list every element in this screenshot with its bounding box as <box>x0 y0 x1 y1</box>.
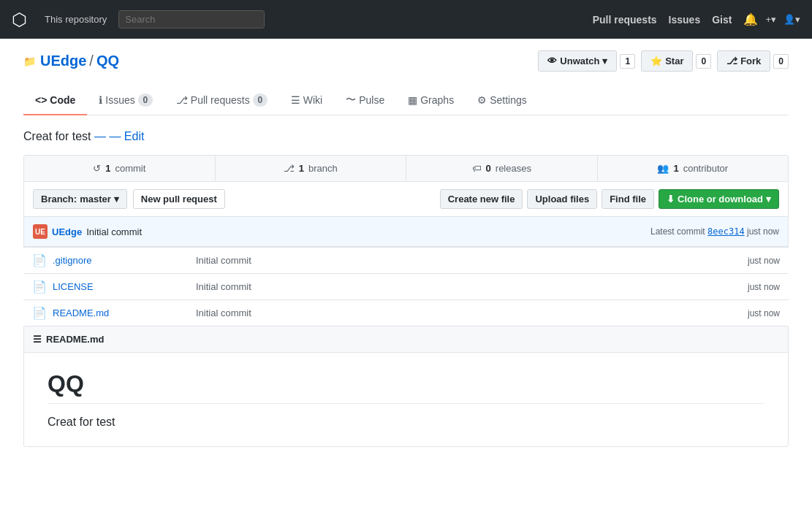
create-new-file-button[interactable]: Create new file <box>440 189 523 209</box>
repo-header: 📁 UEdge / QQ 👁 Unwatch ▾ 1 ⭐ Star 0 ⎇ Fo… <box>23 50 789 72</box>
file-name-link[interactable]: README.md <box>53 307 184 318</box>
user-menu[interactable]: 👤▾ <box>783 14 800 25</box>
pr-count: 0 <box>253 93 267 107</box>
github-logo-icon: ⬡ <box>12 9 27 30</box>
avatar: UE <box>33 224 48 239</box>
file-icon: 📄 <box>32 253 47 267</box>
branch-name: master <box>80 194 111 205</box>
repo-type-icon: 📁 <box>23 56 36 67</box>
tag-icon: 🏷 <box>472 163 482 174</box>
file-row: 📄 README.md Initial commit just now <box>23 299 789 326</box>
repo-description: Creat for test — — Edit <box>23 130 789 143</box>
upload-files-button[interactable]: Upload files <box>527 189 597 209</box>
file-row: 📄 .gitignore Initial commit just now <box>23 247 789 273</box>
graphs-icon: ▦ <box>408 94 417 106</box>
issues-count: 0 <box>138 93 153 107</box>
tab-settings[interactable]: ⚙ Settings <box>466 86 539 115</box>
file-icon: 📄 <box>32 280 47 294</box>
gist-link[interactable]: Gist <box>712 14 732 26</box>
issues-link[interactable]: Issues <box>669 14 701 26</box>
new-pull-request-button[interactable]: New pull request <box>133 189 225 209</box>
repo-separator: / <box>89 53 94 69</box>
issues-icon: ℹ <box>99 94 102 106</box>
readme-header: ☰ README.md <box>24 326 788 353</box>
contributors-stat[interactable]: 👥 1 contributor <box>598 156 789 181</box>
star-count: 0 <box>696 54 711 69</box>
toolbar-file-actions: Create new file Upload files Find file ⬇… <box>440 189 779 209</box>
pull-requests-link[interactable]: Pull requests <box>593 14 657 26</box>
top-nav: ⬡ This repository Pull requests Issues G… <box>0 0 812 39</box>
stats-bar: ↺ 1 commit ⎇ 1 branch 🏷 0 releases 👥 1 c… <box>23 155 789 182</box>
commit-meta: Latest commit 8eec314 just now <box>650 226 779 237</box>
branch-chevron-icon: ▾ <box>114 194 119 205</box>
tab-wiki[interactable]: ☰ Wiki <box>279 86 334 115</box>
pr-icon: ⎇ <box>176 94 188 106</box>
tab-issues[interactable]: ℹ Issues 0 <box>87 86 164 115</box>
nav-links: Pull requests Issues Gist <box>593 14 732 26</box>
file-time: just now <box>748 282 780 292</box>
star-icon: ⭐ <box>650 56 662 66</box>
file-row: 📄 LICENSE Initial commit just now <box>23 273 789 299</box>
file-name-link[interactable]: LICENSE <box>53 281 184 292</box>
repo-owner-link[interactable]: UEdge <box>40 53 86 69</box>
commit-message: Initial commit <box>86 226 142 237</box>
commits-stat[interactable]: ↺ 1 commit <box>24 156 216 181</box>
readme-body-text: Creat for test <box>48 416 764 429</box>
unwatch-button[interactable]: 👁 Unwatch ▾ <box>538 50 617 72</box>
repo-name-link[interactable]: QQ <box>96 53 119 69</box>
star-button[interactable]: ⭐ Star <box>641 50 693 72</box>
plus-menu[interactable]: +▾ <box>765 14 776 25</box>
readme-title: QQ <box>48 370 764 404</box>
file-commit-msg: Initial commit <box>184 307 748 318</box>
commit-author: UE UEdge Initial commit <box>33 224 142 239</box>
readme-body: QQ Creat for test <box>24 353 788 446</box>
main-content: 📁 UEdge / QQ 👁 Unwatch ▾ 1 ⭐ Star 0 ⎇ Fo… <box>0 39 812 459</box>
tab-pull-requests[interactable]: ⎇ Pull requests 0 <box>164 86 279 115</box>
settings-icon: ⚙ <box>477 94 487 106</box>
repo-actions: 👁 Unwatch ▾ 1 ⭐ Star 0 ⎇ Fork 0 <box>538 50 789 72</box>
commit-author-link[interactable]: UEdge <box>52 226 82 237</box>
tab-graphs[interactable]: ▦ Graphs <box>396 86 466 115</box>
file-list: 📄 .gitignore Initial commit just now 📄 L… <box>23 247 789 326</box>
unwatch-chevron-icon: ▾ <box>602 56 607 66</box>
file-time: just now <box>748 308 780 318</box>
file-commit-msg: Initial commit <box>184 281 748 292</box>
branch-label: Branch: <box>41 194 77 205</box>
commits-icon: ↺ <box>93 163 101 174</box>
branches-stat[interactable]: ⎇ 1 branch <box>216 156 407 181</box>
file-time: just now <box>748 256 780 266</box>
clone-or-download-button[interactable]: ⬇ Clone or download ▾ <box>659 189 779 209</box>
fork-count: 0 <box>773 54 789 69</box>
tab-bar: <> Code ℹ Issues 0 ⎇ Pull requests 0 ☰ W… <box>23 86 789 115</box>
branch-selector[interactable]: Branch: master ▾ <box>33 189 127 209</box>
readme-book-icon: ☰ <box>33 334 42 345</box>
search-input[interactable] <box>118 10 265 28</box>
readme-section: ☰ README.md QQ Creat for test <box>23 326 789 447</box>
branch-icon: ⎇ <box>284 163 295 174</box>
this-repo-link[interactable]: This repository <box>45 14 107 25</box>
clone-chevron-icon: ▾ <box>766 194 771 205</box>
eye-icon: 👁 <box>547 56 557 66</box>
find-file-button[interactable]: Find file <box>602 189 654 209</box>
fork-button[interactable]: ⎇ Fork <box>717 50 770 72</box>
file-commit-msg: Initial commit <box>184 255 748 266</box>
code-icon: <> <box>35 94 47 106</box>
tab-code[interactable]: <> Code <box>23 86 87 115</box>
contributors-icon: 👥 <box>657 163 669 174</box>
commit-hash-link[interactable]: 8eec314 <box>707 226 745 237</box>
fork-icon: ⎇ <box>726 56 737 66</box>
nav-icons: 🔔 +▾ 👤▾ <box>743 12 800 26</box>
file-name-link[interactable]: .gitignore <box>53 255 184 266</box>
unwatch-count: 1 <box>620 54 635 69</box>
notifications-icon[interactable]: 🔔 <box>743 12 758 26</box>
wiki-icon: ☰ <box>291 94 300 106</box>
file-toolbar: Branch: master ▾ New pull request Create… <box>23 182 789 217</box>
tab-pulse[interactable]: 〜 Pulse <box>334 86 396 115</box>
clone-icon: ⬇ <box>667 194 675 205</box>
pulse-icon: 〜 <box>346 93 356 107</box>
file-icon: 📄 <box>32 306 47 320</box>
latest-commit-row: UE UEdge Initial commit Latest commit 8e… <box>23 217 789 247</box>
releases-stat[interactable]: 🏷 0 releases <box>406 156 598 181</box>
